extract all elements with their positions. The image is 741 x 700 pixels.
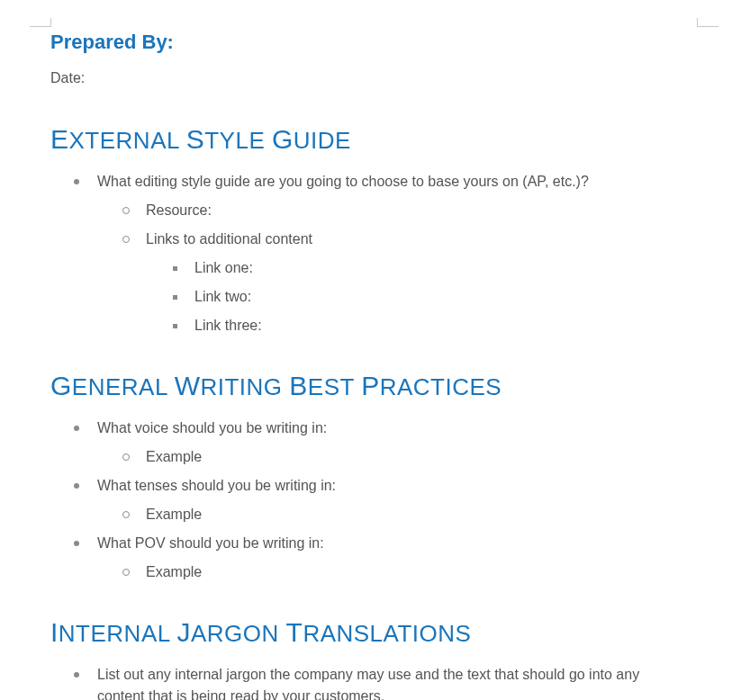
general-writing-list: What voice should you be writing in: Exa… (50, 417, 691, 583)
heading-text: RANSLATIONS (303, 620, 471, 647)
list-item-text: List out any internal jargon the company… (97, 667, 639, 700)
list-item-text: Example (146, 449, 202, 464)
heading-cap: E (50, 124, 69, 154)
crop-mark-top-left (30, 18, 51, 27)
heading-text: RITING (200, 373, 289, 400)
list-item: What voice should you be writing in: Exa… (68, 417, 691, 468)
list-item-text: Resource: (146, 202, 212, 218)
list-item: Example (119, 504, 691, 525)
list-item-text: What tenses should you be writing in: (97, 478, 336, 493)
list-item-text: Example (146, 507, 202, 522)
heading-cap: I (50, 617, 59, 647)
sub-list: Example (97, 446, 691, 468)
heading-text: ENERAL (72, 373, 175, 400)
list-item: What tenses should you be writing in: Ex… (68, 475, 691, 525)
heading-text: XTERNAL (69, 127, 186, 154)
list-item: Links to additional content Link one: Li… (119, 229, 691, 337)
document-page: Prepared By: Date: EXTERNAL STYLE GUIDE … (0, 0, 741, 700)
external-style-list: What editing style guide are you going t… (50, 171, 691, 337)
heading-text: EST (308, 373, 361, 400)
heading-cap: G (272, 124, 294, 154)
heading-cap: P (361, 371, 380, 400)
internal-jargon-list: List out any internal jargon the company… (50, 664, 691, 700)
links-list: Link one: Link two: Link three: (146, 257, 691, 337)
sub-list: Example (97, 561, 691, 583)
heading-cap: T (286, 617, 303, 647)
heading-cap: W (175, 371, 201, 400)
heading-text: UIDE (294, 127, 351, 154)
list-item-text: Link one: (194, 260, 253, 275)
heading-cap: S (186, 124, 205, 154)
list-item: What POV should you be writing in: Examp… (68, 533, 691, 583)
sub-list: Resource: Links to additional content Li… (97, 200, 691, 337)
list-item: What editing style guide are you going t… (68, 171, 691, 337)
heading-cap: G (50, 371, 72, 400)
list-item: Link two: (167, 286, 691, 308)
list-item: Resource: (119, 200, 691, 221)
heading-text: RACTICES (380, 373, 502, 400)
heading-cap: B (289, 371, 308, 400)
list-item-text: Links to additional content (146, 231, 312, 247)
sub-list: Example (97, 504, 691, 525)
heading-internal-jargon: INTERNAL JARGON TRANSLATIONS (50, 617, 691, 648)
heading-external-style-guide: EXTERNAL STYLE GUIDE (50, 124, 691, 155)
list-item-text: Link three: (194, 318, 262, 333)
list-item: Link three: (167, 315, 691, 337)
heading-general-writing: GENERAL WRITING BEST PRACTICES (50, 371, 691, 401)
heading-text: ARGON (191, 620, 286, 647)
list-item: Example (119, 561, 691, 583)
list-item: Example (119, 446, 691, 468)
list-item: List out any internal jargon the company… (68, 664, 691, 700)
list-item-text: What POV should you be writing in: (97, 535, 324, 551)
heading-cap: J (176, 617, 191, 647)
crop-mark-top-right (697, 18, 718, 27)
list-item-text: Link two: (194, 289, 251, 304)
heading-text: TYLE (204, 127, 272, 154)
heading-text: NTERNAL (59, 620, 177, 647)
date-label: Date: (50, 70, 691, 86)
prepared-by-label: Prepared By: (50, 31, 691, 54)
list-item-text: Example (146, 564, 202, 579)
list-item: Link one: (167, 257, 691, 279)
list-item-text: What editing style guide are you going t… (97, 174, 589, 189)
list-item-text: What voice should you be writing in: (97, 420, 327, 435)
